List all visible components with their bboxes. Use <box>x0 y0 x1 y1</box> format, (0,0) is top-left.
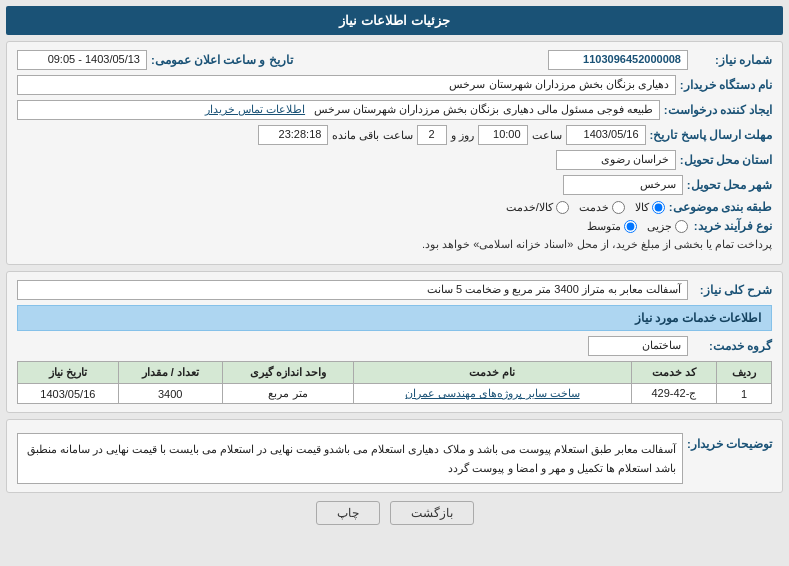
province-value: خراسان رضوی <box>556 150 676 170</box>
buyer-name-label: نام دستگاه خریدار: <box>680 78 772 92</box>
category-both-label: کالا/خدمت <box>506 201 553 214</box>
process-motavasset-label: متوسط <box>587 220 621 233</box>
notes-row: توضیحات خریدار: آسفالت معابر طبق استعلام… <box>17 433 772 484</box>
process-option-jozi[interactable]: جزیی <box>647 220 688 233</box>
cell-unit: متر مربع <box>222 384 354 404</box>
deadline-time: 10:00 <box>478 125 528 145</box>
category-radio-group: کالا خدمت کالا/خدمت <box>506 201 665 214</box>
category-label: طبقه بندی موضوعی: <box>669 200 772 214</box>
process-option-motavasset[interactable]: متوسط <box>587 220 637 233</box>
category-kala-label: کالا <box>635 201 649 214</box>
row-category: طبقه بندی موضوعی: کالا خدمت کالا/خدمت <box>17 200 772 214</box>
need-number-value: 1103096452000008 <box>548 50 688 70</box>
print-button[interactable]: چاپ <box>316 501 380 525</box>
deadline-date: 1403/05/16 <box>566 125 646 145</box>
notes-card: توضیحات خریدار: آسفالت معابر طبق استعلام… <box>6 419 783 493</box>
back-button[interactable]: بازگشت <box>390 501 474 525</box>
days-static-label: روز و <box>451 129 474 142</box>
row-need-desc: شرح کلی نیاز: آسفالت معابر به متراز 3400… <box>17 280 772 300</box>
cell-service-name[interactable]: ساخت سایر پروژه‌های مهندسی عمران <box>354 384 631 404</box>
col-service-name: نام خدمت <box>354 362 631 384</box>
city-label: شهر محل تحویل: <box>687 178 772 192</box>
category-khedmat-label: خدمت <box>579 201 609 214</box>
row-city: شهر محل تحویل: سرخس <box>17 175 772 195</box>
col-rownum: ردیف <box>717 362 772 384</box>
table-row: 1 ج-42-429 ساخت سایر پروژه‌های مهندسی عم… <box>18 384 772 404</box>
type-text: طبیعه فوجی مسئول مالی دهیاری بزنگان بخش … <box>314 103 653 115</box>
category-radio-kala[interactable] <box>652 201 665 214</box>
process-radio-jozi[interactable] <box>675 220 688 233</box>
payment-note: پرداخت تمام یا بخشی از مبلغ خرید، از محل… <box>422 238 772 251</box>
row-need-number: شماره نیاز: 1103096452000008 تاریخ و ساع… <box>17 50 772 70</box>
row-payment-note: پرداخت تمام یا بخشی از مبلغ خرید، از محل… <box>17 238 772 251</box>
row-buyer-name: نام دستگاه خریدار: دهیاری بزنگان بخش مرز… <box>17 75 772 95</box>
category-option-kala[interactable]: کالا <box>635 201 665 214</box>
col-quantity: تعداد / مقدار <box>118 362 222 384</box>
row-process: نوع فرآیند خرید: جزیی متوسط <box>17 219 772 233</box>
deadline-remaining: 23:28:18 <box>258 125 328 145</box>
date-label: تاریخ و ساعت اعلان عمومی: <box>151 53 293 67</box>
process-label: نوع فرآیند خرید: <box>692 219 772 233</box>
need-desc-value: آسفالت معابر به متراز 3400 متر مربع و ضخ… <box>17 280 688 300</box>
category-option-khedmat[interactable]: خدمت <box>579 201 625 214</box>
deadline-label: مهلت ارسال پاسخ تاریخ: <box>650 128 772 142</box>
cell-date: 1403/05/16 <box>18 384 119 404</box>
process-jozi-label: جزیی <box>647 220 672 233</box>
row-deadline: مهلت ارسال پاسخ تاریخ: 1403/05/16 ساعت 1… <box>17 125 772 145</box>
group-value: ساختمان <box>588 336 688 356</box>
group-label: گروه خدمت: <box>692 339 772 353</box>
category-radio-khedmat[interactable] <box>612 201 625 214</box>
info-card: شماره نیاز: 1103096452000008 تاریخ و ساع… <box>6 41 783 265</box>
services-table: ردیف کد خدمت نام خدمت واحد اندازه گیری ت… <box>17 361 772 404</box>
process-radio-group: جزیی متوسط <box>587 220 688 233</box>
row-group: گروه خدمت: ساختمان <box>17 336 772 356</box>
remaining-static-label: ساعت باقی مانده <box>332 129 412 142</box>
need-desc-label: شرح کلی نیاز: <box>692 283 772 297</box>
date-value: 1403/05/13 - 09:05 <box>17 50 147 70</box>
creator-label: ایجاد کننده درخواست: <box>664 103 772 117</box>
page-title: جزئیات اطلاعات نیاز <box>6 6 783 35</box>
need-desc-card: شرح کلی نیاز: آسفالت معابر به متراز 3400… <box>6 271 783 413</box>
cell-rownum: 1 <box>717 384 772 404</box>
province-label: استان محل تحویل: <box>680 153 772 167</box>
contact-link[interactable]: اطلاعات تماس خریدار <box>205 103 305 115</box>
service-info-title: اطلاعات خدمات مورد نیاز <box>17 305 772 331</box>
cell-code: ج-42-429 <box>631 384 717 404</box>
buyer-name-value: دهیاری بزنگان بخش مرزداران شهرستان سرخس <box>17 75 676 95</box>
notes-text: آسفالت معابر طبق استعلام پیوست می باشد و… <box>17 433 683 484</box>
button-row: بازگشت چاپ <box>6 501 783 525</box>
row-province: استان محل تحویل: خراسان رضوی <box>17 150 772 170</box>
creator-value: طبیعه فوجی مسئول مالی دهیاری بزنگان بخش … <box>17 100 660 120</box>
deadline-days: 2 <box>417 125 447 145</box>
category-option-both[interactable]: کالا/خدمت <box>506 201 569 214</box>
need-number-label: شماره نیاز: <box>692 53 772 67</box>
notes-label: توضیحات خریدار: <box>687 433 772 451</box>
process-radio-motavasset[interactable] <box>624 220 637 233</box>
city-value: سرخس <box>563 175 683 195</box>
time-static-label: ساعت <box>532 129 562 142</box>
cell-quantity: 3400 <box>118 384 222 404</box>
col-unit: واحد اندازه گیری <box>222 362 354 384</box>
col-code: کد خدمت <box>631 362 717 384</box>
category-radio-both[interactable] <box>556 201 569 214</box>
col-date: تاریخ نیاز <box>18 362 119 384</box>
row-creator: ایجاد کننده درخواست: طبیعه فوجی مسئول ما… <box>17 100 772 120</box>
